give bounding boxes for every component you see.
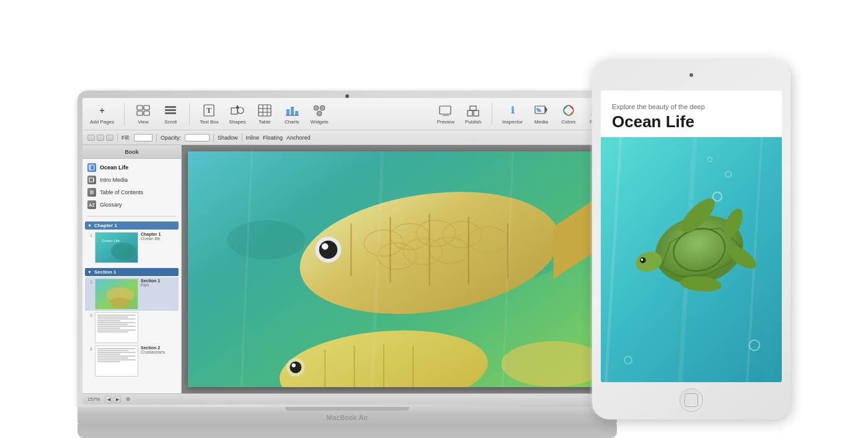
mac-status-bar: 157% ◀ ▶ ⚙ — [82, 393, 612, 404]
sidebar-item-intro-media[interactable]: Intro Media — [82, 174, 181, 186]
fill-color-swatch[interactable] — [134, 134, 153, 141]
table-button[interactable]: Table — [254, 102, 276, 126]
preview-icon — [437, 103, 454, 118]
inspector-icon: ℹ — [504, 103, 521, 118]
sidebar-ocean-life-label: Ocean Life — [100, 164, 128, 171]
text-line — [97, 322, 136, 323]
svg-rect-25 — [443, 114, 448, 115]
opacity-label: Opacity: — [161, 135, 181, 141]
shapes-button[interactable]: Shapes — [226, 102, 249, 126]
svg-marker-11 — [236, 105, 239, 108]
text-line — [97, 324, 128, 325]
page-num-2: 2 — [86, 280, 92, 310]
text-line — [97, 348, 136, 349]
mac-toolbar: + Add Pages — [82, 98, 612, 130]
text-line — [97, 328, 120, 329]
fill-label: Fill: — [122, 135, 130, 141]
macbook-camera — [345, 94, 349, 98]
view-button[interactable]: View — [132, 102, 154, 126]
page-num-3: 3 — [86, 313, 92, 343]
publish-button[interactable]: Publish — [462, 102, 484, 126]
svg-rect-3 — [144, 111, 149, 115]
publish-icon — [464, 103, 482, 118]
text-line — [97, 357, 128, 359]
toolbar-sep-1 — [124, 103, 125, 125]
section1-group: ▼ Section 1 2 — [85, 268, 179, 378]
sidebar-item-ocean-life[interactable]: Ocean Life — [82, 161, 181, 174]
mac-main-content: Book Ocean Life — [82, 145, 612, 393]
settings-icon[interactable]: ⚙ — [126, 396, 130, 402]
text-line — [97, 331, 128, 333]
chapter1-group: ▼ Chapter 1 1 — [85, 221, 179, 264]
svg-rect-0 — [137, 105, 143, 110]
mac-format-bar: Fill: Opacity: Shadow Inline Floating An… — [82, 130, 612, 145]
svg-text:Ocean Life: Ocean Life — [102, 239, 120, 243]
page-num-1: 1 — [86, 233, 92, 263]
page-thumb-img-4 — [95, 346, 138, 377]
widgets-label: Widgets — [311, 119, 329, 125]
sidebar-nav-items: Ocean Life Intro Media — [82, 159, 181, 213]
svg-rect-9 — [231, 108, 237, 114]
page-section-1: Chapter 1 — [141, 232, 161, 236]
preview-button[interactable]: Preview — [435, 102, 457, 126]
page-thumb-2[interactable]: 2 — [85, 277, 179, 311]
page-thumb-4[interactable]: 4 — [85, 344, 179, 378]
nav-next-button[interactable]: ▶ — [113, 396, 121, 403]
sidebar-item-glossary[interactable]: AZ Glossary — [82, 199, 181, 211]
scene: + Add Pages — [0, 0, 868, 438]
toolbar-sep-3 — [492, 103, 492, 125]
section1-label: Section 1 — [94, 269, 117, 275]
text-line — [97, 350, 128, 351]
text-box-button[interactable]: T Text Box — [197, 102, 221, 126]
ipad-subtitle: Explore the beauty of the deep — [612, 103, 771, 110]
glossary-icon: AZ — [87, 200, 96, 209]
svg-rect-38 — [89, 178, 94, 182]
text-line — [97, 359, 136, 360]
ipad-body: Explore the beauty of the deep Ocean Lif… — [592, 60, 790, 419]
svg-rect-29 — [470, 106, 476, 110]
page-section-2: Section 1 — [141, 279, 160, 283]
widgets-button[interactable]: Widgets — [308, 102, 331, 126]
mac-sidebar: Book Ocean Life — [82, 145, 182, 393]
charts-icon — [283, 103, 301, 118]
svg-point-72 — [290, 361, 301, 373]
svg-rect-27 — [467, 110, 472, 116]
page-num-4: 4 — [86, 347, 92, 377]
svg-point-63 — [322, 243, 329, 250]
text-line — [97, 326, 136, 327]
inspector-button[interactable]: ℹ Inspector — [500, 102, 525, 126]
page-name-4: Crustaceans — [141, 350, 165, 354]
svg-point-10 — [237, 107, 244, 114]
page-thumb-img-3 — [95, 312, 138, 343]
text-line — [97, 315, 136, 316]
ipad: Explore the beauty of the deep Ocean Lif… — [592, 60, 790, 419]
text-line — [97, 316, 128, 318]
svg-rect-12 — [259, 105, 271, 116]
page-thumb-3[interactable]: 3 — [85, 311, 179, 344]
svg-rect-2 — [137, 111, 143, 115]
view-label: View — [138, 119, 149, 125]
page-name-1: Ocean life — [141, 236, 161, 241]
opacity-input[interactable] — [185, 134, 210, 141]
ipad-home-button[interactable] — [680, 388, 703, 412]
colors-button[interactable]: Colors — [557, 102, 580, 126]
svg-point-73 — [291, 364, 295, 367]
svg-point-22 — [320, 105, 325, 110]
page-thumbnails[interactable]: ▼ Chapter 1 1 — [82, 219, 181, 393]
page-thumb-1[interactable]: 1 — [85, 231, 179, 264]
svg-point-51 — [227, 220, 305, 259]
shapes-icon — [229, 103, 246, 118]
media-sidebar-icon — [87, 176, 96, 184]
charts-button[interactable]: Charts — [281, 102, 303, 126]
text-line — [97, 352, 136, 353]
add-pages-button[interactable]: + Add Pages — [87, 102, 117, 126]
macbook-base: MacBook Air — [78, 407, 617, 424]
svg-point-44 — [111, 243, 136, 260]
scroll-button[interactable]: Scroll — [159, 102, 182, 126]
media-button[interactable]: Media — [530, 102, 552, 126]
format-controls — [87, 135, 113, 141]
macbook-foot — [78, 424, 617, 438]
sidebar-item-toc[interactable]: Table of Contents — [82, 186, 181, 199]
macbook-screen-outer: + Add Pages — [78, 91, 617, 407]
nav-prev-button[interactable]: ◀ — [105, 396, 112, 403]
